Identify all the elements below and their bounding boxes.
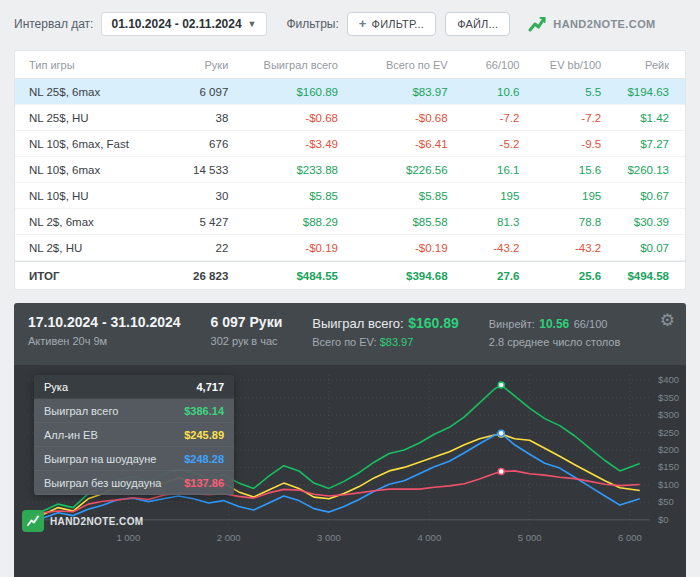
tooltip-value: $137.86: [184, 477, 224, 489]
svg-text:1 000: 1 000: [116, 532, 140, 543]
watermark-text: HAND2NOTE.COM: [50, 516, 144, 527]
table-cell: 25.6: [535, 270, 617, 282]
table-header-row: Тип игрыРукиВыиграл всегоВсего по EV66/1…: [15, 51, 685, 79]
svg-text:$50: $50: [658, 496, 674, 507]
table-cell: 38: [165, 112, 245, 124]
table-cell: 30: [165, 190, 245, 202]
table-cell: $88.29: [244, 216, 354, 228]
table-cell: NL 10$, 6max, Fast: [15, 138, 165, 150]
tooltip-value: $245.89: [184, 429, 224, 441]
svg-text:$150: $150: [658, 461, 679, 472]
won-total-value: $160.89: [408, 315, 459, 331]
date-range-selector[interactable]: 01.10.2024 - 02.11.2024 ▼: [101, 12, 266, 36]
table-cell: NL 10$, HU: [15, 190, 165, 202]
tooltip-row: Рука4,717: [34, 375, 234, 399]
column-header[interactable]: EV bb/100: [535, 59, 617, 71]
date-range-value: 01.10.2024 - 02.11.2024: [111, 17, 241, 31]
svg-text:$350: $350: [658, 392, 679, 403]
tooltip-label: Выиграл без шоудауна: [44, 477, 161, 489]
session-date-range: 17.10.2024 - 31.10.2024: [28, 314, 181, 330]
table-cell: -$0.19: [354, 242, 464, 254]
hand2note-logo-icon: [22, 510, 44, 532]
table-cell: $233.88: [244, 164, 354, 176]
winrate-label: Винрейт:: [489, 318, 535, 330]
table-cell: $7.27: [617, 138, 685, 150]
svg-text:$0: $0: [658, 514, 669, 525]
table-row[interactable]: NL 2$, 6max5 427$88.29$85.5881.378.8$30.…: [15, 209, 685, 235]
table-cell: $226.56: [354, 164, 464, 176]
session-hands-block: 6 097 Руки 302 рук в час: [211, 314, 283, 365]
session-winrate-block: Винрейт: 10.56 66/100 2.8 среднее число …: [489, 314, 672, 365]
svg-text:3 000: 3 000: [317, 532, 341, 543]
table-row[interactable]: NL 10$, 6max, Fast676-$3.49-$6.41-5.2-9.…: [15, 131, 685, 157]
table-cell: 5 427: [165, 216, 245, 228]
column-header[interactable]: Выиграл всего: [244, 59, 354, 71]
table-cell: -9.5: [535, 138, 617, 150]
table-cell: ИТОГ: [15, 270, 165, 282]
table-cell: $30.39: [617, 216, 685, 228]
table-body: NL 25$, 6max6 097$160.89$83.9710.65.5$19…: [15, 79, 685, 289]
table-cell: $0.67: [617, 190, 685, 202]
session-hands-per-hour: 302 рук в час: [211, 335, 283, 347]
ev-total-value: $83.97: [380, 336, 414, 348]
table-cell: $5.85: [354, 190, 464, 202]
table-row-total[interactable]: ИТОГ26 823$484.55$394.6827.625.6$494.58: [15, 261, 685, 289]
gear-icon[interactable]: ⚙: [660, 312, 675, 329]
column-header[interactable]: Тип игры: [15, 59, 165, 71]
tooltip-label: Выиграл всего: [44, 405, 118, 417]
table-cell: 78.8: [535, 216, 617, 228]
table-cell: 676: [165, 138, 245, 150]
table-cell: $83.97: [354, 86, 464, 98]
tooltip-row: Выиграл на шоудауне$248.28: [34, 447, 234, 471]
table-cell: 10.6: [464, 86, 536, 98]
table-cell: NL 2$, HU: [15, 242, 165, 254]
table-cell: 6 097: [165, 86, 245, 98]
svg-text:$400: $400: [658, 374, 679, 385]
svg-text:6 000: 6 000: [618, 532, 642, 543]
file-button[interactable]: ФАЙЛ...: [445, 12, 510, 36]
table-cell: 26 823: [165, 270, 245, 282]
table-cell: $484.55: [244, 270, 354, 282]
column-header[interactable]: Руки: [165, 59, 245, 71]
add-filter-button[interactable]: + ФИЛЬТР...: [347, 12, 436, 36]
date-interval-label: Интервал дат:: [14, 17, 93, 31]
session-panel: 17.10.2024 - 31.10.2024 Активен 20ч 9м 6…: [14, 303, 686, 577]
table-row[interactable]: NL 2$, HU22-$0.19-$0.19-43.2-43.2$0.07: [15, 235, 685, 261]
file-button-label: ФАЙЛ...: [457, 18, 498, 30]
table-cell: -$0.19: [244, 242, 354, 254]
table-cell: $5.85: [244, 190, 354, 202]
column-header[interactable]: 66/100: [464, 59, 536, 71]
tooltip-row: Выиграл всего$386.14: [34, 399, 234, 423]
table-cell: 16.1: [464, 164, 536, 176]
column-header[interactable]: Всего по EV: [354, 59, 464, 71]
ev-total-label: Всего по EV:: [312, 336, 376, 348]
svg-text:4 000: 4 000: [417, 532, 441, 543]
tooltip-row: Выиграл без шоудауна$137.86: [34, 471, 234, 495]
svg-text:$300: $300: [658, 409, 679, 420]
table-row[interactable]: NL 25$, 6max6 097$160.89$83.9710.65.5$19…: [15, 79, 685, 105]
svg-text:5 000: 5 000: [518, 532, 542, 543]
toolbar: Интервал дат: 01.10.2024 - 02.11.2024 ▼ …: [14, 10, 686, 38]
table-cell: 195: [535, 190, 617, 202]
winnings-chart[interactable]: $0$50$100$150$200$250$300$350$4001 0002 …: [14, 365, 686, 577]
add-filter-label: ФИЛЬТР...: [372, 18, 425, 30]
results-table: Тип игрыРукиВыиграл всегоВсего по EV66/1…: [14, 50, 686, 290]
table-cell: 15.6: [535, 164, 617, 176]
tooltip-row: Алл-ин EВ$245.89: [34, 423, 234, 447]
brand-watermark: HAND2NOTE.COM: [22, 510, 144, 532]
table-cell: $394.68: [354, 270, 464, 282]
table-cell: 14 533: [165, 164, 245, 176]
table-cell: -$3.49: [244, 138, 354, 150]
session-winnings-block: Выиграл всего: $160.89 Всего по EV: $83.…: [312, 314, 459, 365]
table-cell: $85.58: [354, 216, 464, 228]
chevron-down-icon: ▼: [248, 19, 257, 29]
filters-label: Фильтры:: [287, 17, 339, 31]
table-row[interactable]: NL 10$, HU30$5.85$5.85195195$0.67: [15, 183, 685, 209]
table-row[interactable]: NL 25$, HU38-$0.68-$0.68-7.2-7.2$1.42: [15, 105, 685, 131]
table-row[interactable]: NL 10$, 6max14 533$233.88$226.5616.115.6…: [15, 157, 685, 183]
won-total-label: Выиграл всего:: [312, 316, 403, 331]
session-hands: 6 097 Руки: [211, 314, 283, 330]
column-header[interactable]: Рейк: [617, 59, 685, 71]
table-cell: -43.2: [464, 242, 536, 254]
table-cell: NL 25$, 6max: [15, 86, 165, 98]
